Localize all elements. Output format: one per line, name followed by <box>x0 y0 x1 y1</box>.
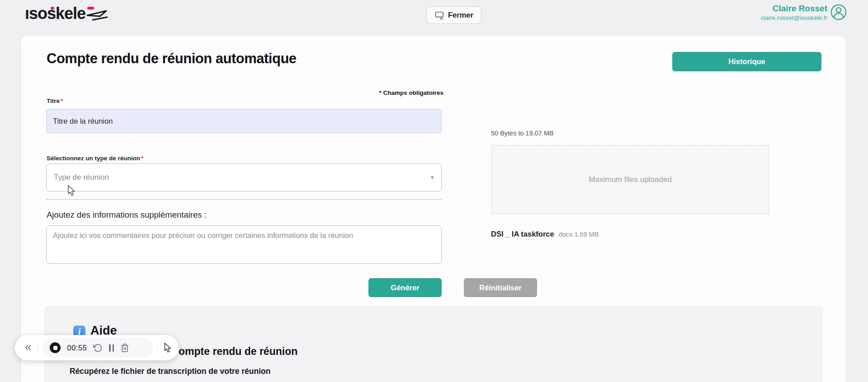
user-email: claire.rosset@isoskele.fr <box>761 14 827 22</box>
logo-macron-accent <box>87 7 94 9</box>
required-asterisk: * <box>61 98 63 104</box>
logo-text: ısoskele <box>25 4 85 23</box>
stop-icon <box>53 346 57 350</box>
close-screenshare-button[interactable]: Fermer <box>426 6 481 24</box>
close-button-label: Fermer <box>448 11 473 19</box>
recording-controls: 00:55 <box>42 338 153 358</box>
mouse-cursor-icon <box>66 185 76 197</box>
logo-segment: e <box>64 4 73 23</box>
meeting-type-label: Sélectionnez un type de réunion* <box>47 155 143 162</box>
logo-segment: le <box>73 4 85 23</box>
user-info: Claire Rosset claire.rosset@isoskele.fr <box>761 3 827 22</box>
form-divider <box>46 199 442 200</box>
delete-recording-button[interactable] <box>120 343 129 353</box>
toolbar-divider <box>38 342 38 354</box>
logo-dot-accent <box>51 7 54 9</box>
pointer-mode-button[interactable] <box>162 342 172 353</box>
rotate-ccw-icon <box>93 343 103 353</box>
recording-toolbar: « 00:55 <box>15 335 179 360</box>
cursor-pointer-icon <box>162 342 172 353</box>
paper-plane-icon <box>86 10 110 22</box>
toolbar-divider <box>157 342 158 354</box>
uploaded-file-size: 1.59 MB <box>574 231 599 238</box>
pause-recording-button[interactable] <box>109 344 114 352</box>
title-input[interactable] <box>46 109 442 133</box>
uploaded-file-row: DSI _ IA taskforce.docx 1.59 MB <box>491 230 599 238</box>
chevron-down-icon: ▾ <box>430 173 434 182</box>
collapse-toolbar-button[interactable]: « <box>23 341 33 354</box>
meeting-type-select[interactable]: Type de réunion ▾ <box>46 163 442 191</box>
pause-icon <box>109 344 114 352</box>
history-button[interactable]: Historique <box>672 52 821 71</box>
recording-timer: 00:55 <box>67 344 87 352</box>
user-name: Claire Rosset <box>761 3 827 14</box>
title-label-text: Titre <box>47 98 60 104</box>
screen-close-icon <box>434 11 444 20</box>
main-card: Compte rendu de réunion automatique Hist… <box>21 36 846 382</box>
stop-record-button[interactable] <box>50 342 61 353</box>
title-label: Titre* <box>47 98 63 104</box>
top-bar: ısoskele Fermer Claire Rosset claire.ros… <box>0 0 868 29</box>
generate-button[interactable]: Générer <box>368 278 442 297</box>
help-step-subtitle: Récupérez le fichier de transcription de… <box>70 367 270 376</box>
page-title: Compte rendu de réunion automatique <box>47 51 297 67</box>
logo-segment: ısosk <box>25 4 64 23</box>
uploaded-file-ext: .docx <box>557 231 573 238</box>
isoskele-logo: ısoskele <box>25 4 110 23</box>
file-size-hint: 50 Bytes to 19.07 MB <box>491 130 554 137</box>
required-fields-note: * Champs obligatoires <box>338 89 443 96</box>
comments-textarea[interactable] <box>46 225 442 264</box>
restart-recording-button[interactable] <box>93 343 103 353</box>
trash-icon <box>120 343 129 353</box>
comments-label: Ajoutez des informations supplémentaires… <box>47 210 207 220</box>
meeting-type-placeholder: Type de réunion <box>54 173 430 182</box>
reset-button[interactable]: Réinitialiser <box>464 278 537 297</box>
user-avatar-icon[interactable] <box>830 4 847 21</box>
dropzone-status-text: Maximum files uploaded <box>589 175 671 184</box>
help-step-title-fragment: ompte rendu de réunion <box>179 345 297 358</box>
required-asterisk: * <box>141 155 143 162</box>
uploaded-file-name: DSI _ IA taskforce <box>491 230 554 238</box>
meeting-type-label-text: Sélectionnez un type de réunion <box>47 155 140 162</box>
file-dropzone[interactable]: Maximum files uploaded <box>491 145 769 214</box>
